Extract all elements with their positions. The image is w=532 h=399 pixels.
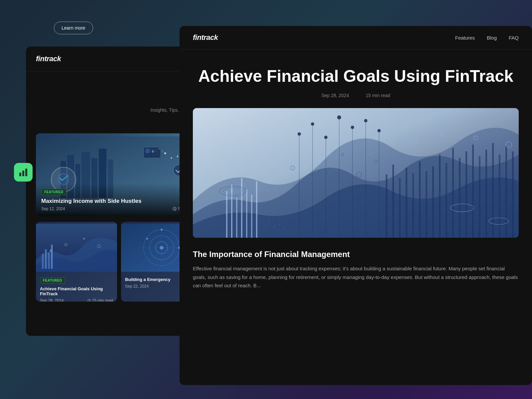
svg-text:$: $ [152, 150, 153, 153]
svg-point-105 [274, 225, 275, 227]
svg-rect-0 [19, 173, 21, 176]
svg-point-45 [146, 238, 148, 239]
right-window: fintrack Features Blog FAQ Achieve Finan… [180, 26, 532, 385]
svg-rect-50 [241, 178, 242, 238]
svg-rect-31 [42, 254, 44, 269]
card-image-small-1 [36, 222, 117, 274]
article-section-title: The Importance of Financial Management [193, 250, 519, 259]
svg-point-22 [177, 156, 179, 157]
article-header: Achieve Financial Goals Using FinTrack S… [180, 50, 532, 108]
svg-rect-48 [231, 185, 232, 238]
svg-rect-63 [446, 163, 447, 238]
article-meta: Sep 28, 2024 15 min read [193, 93, 519, 98]
card-meta-small-1: Sep 28, 2024 15 min read [40, 298, 113, 302]
svg-point-18 [146, 149, 150, 153]
svg-rect-53 [256, 181, 257, 238]
svg-rect-61 [432, 166, 434, 238]
nav-blog[interactable]: Blog [487, 35, 497, 41]
svg-rect-1 [22, 171, 24, 176]
svg-rect-32 [45, 249, 47, 269]
card-date-small-2: Sep 22, 2024 [125, 284, 149, 289]
card-date-small-1: Sep 28, 2024 [40, 298, 64, 302]
blog-letter: B [36, 78, 202, 105]
svg-point-85 [311, 122, 314, 126]
left-window-logo: fintrack [36, 55, 61, 63]
svg-point-106 [279, 224, 280, 225]
app-icon[interactable] [14, 163, 33, 182]
svg-point-98 [269, 215, 270, 217]
svg-point-95 [377, 129, 381, 132]
svg-rect-60 [426, 171, 427, 238]
svg-rect-49 [236, 198, 237, 238]
article-body: The Importance of Financial Management E… [180, 238, 532, 302]
featured-badge-small-1: FEATURED [40, 277, 65, 284]
card-small-info-1: FEATURED Achieve Financial Goals Using F… [36, 274, 117, 302]
svg-point-99 [274, 212, 275, 213]
learn-more-button[interactable]: Learn more [54, 22, 93, 34]
blog-subtitle: Insights, Tips, and the La [36, 107, 202, 113]
svg-rect-57 [406, 168, 407, 238]
svg-rect-51 [246, 190, 247, 238]
card-read-time-small-1: 15 min read [92, 298, 113, 302]
svg-rect-34 [51, 245, 53, 269]
clock-icon-small [87, 299, 91, 302]
svg-point-100 [279, 217, 280, 218]
bar-chart-icon [18, 167, 28, 177]
svg-rect-33 [48, 252, 50, 269]
svg-rect-67 [472, 145, 474, 238]
right-window-header: fintrack Features Blog FAQ [180, 26, 532, 50]
nav-faq[interactable]: FAQ [509, 35, 519, 41]
right-window-logo: fintrack [193, 33, 218, 42]
svg-rect-56 [399, 178, 401, 238]
svg-text:···: ··· [154, 150, 157, 153]
svg-point-96 [259, 214, 260, 215]
svg-point-44 [161, 229, 162, 230]
svg-rect-71 [499, 155, 500, 238]
svg-point-29 [83, 238, 85, 239]
svg-rect-65 [459, 158, 461, 238]
svg-rect-55 [392, 165, 394, 238]
article-body-text: Effective financial management is not ju… [193, 264, 519, 290]
svg-rect-68 [479, 156, 480, 238]
featured-badge-large: FEATURED [41, 189, 66, 195]
svg-point-87 [324, 136, 328, 139]
featured-card-large[interactable]: $ ··· FEATURED Maximizing Income with Si… [36, 133, 202, 216]
svg-point-21 [171, 157, 172, 159]
article-read-time: 15 min read [366, 93, 390, 98]
svg-rect-64 [452, 148, 454, 238]
svg-rect-2 [25, 169, 27, 176]
svg-point-101 [284, 214, 285, 215]
wave-chart-svg [36, 222, 117, 274]
svg-point-97 [264, 210, 265, 212]
nav-features[interactable]: Features [455, 35, 475, 41]
card-title-small-1: Achieve Financial Goals Using FinTrack [40, 286, 113, 296]
featured-card-small-1[interactable]: FEATURED Achieve Financial Goals Using F… [36, 222, 117, 302]
svg-rect-69 [485, 150, 487, 238]
svg-rect-52 [251, 195, 252, 238]
svg-rect-54 [386, 175, 387, 238]
svg-point-91 [351, 126, 354, 129]
clock-icon [173, 207, 177, 211]
svg-point-103 [264, 224, 265, 225]
card-date-large: Sep 12, 2024 [41, 206, 65, 211]
svg-rect-58 [412, 173, 414, 238]
svg-point-89 [337, 115, 341, 119]
svg-rect-59 [419, 161, 421, 238]
card-meta-large: Sep 12, 2024 5 min read [41, 206, 197, 211]
svg-point-107 [284, 227, 285, 228]
svg-point-93 [364, 119, 367, 122]
svg-rect-72 [505, 146, 507, 238]
svg-point-102 [259, 220, 260, 222]
card-info-overlay-large: FEATURED Maximizing Income with Side Hus… [36, 183, 202, 216]
hero-visualization-svg [193, 108, 519, 238]
svg-rect-66 [466, 151, 467, 238]
read-time-small-1: 15 min read [87, 298, 113, 302]
right-window-nav: Features Blog FAQ [455, 35, 519, 41]
small-cards-row: FEATURED Achieve Financial Goals Using F… [36, 222, 202, 302]
svg-point-83 [298, 132, 301, 136]
svg-rect-62 [439, 155, 441, 238]
article-title: Achieve Financial Goals Using FinTrack [193, 66, 519, 86]
card-title-large: Maximizing Income with Side Hustles [41, 198, 197, 204]
article-hero-image [193, 108, 519, 238]
svg-rect-47 [226, 191, 227, 238]
